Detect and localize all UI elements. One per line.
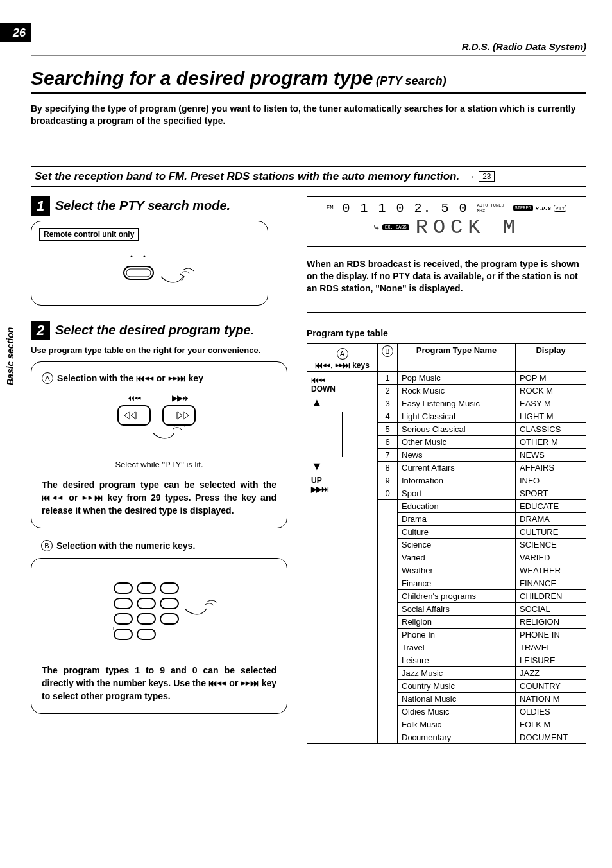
pty-name-cell: Folk Music: [398, 718, 516, 731]
pty-name-cell: Weather: [398, 564, 516, 577]
pty-name-cell: Light Classical: [398, 410, 516, 423]
pty-display-cell: VARIED: [516, 551, 586, 564]
svg-text:▶▶⏭: ▶▶⏭: [172, 394, 189, 403]
svg-point-1: [144, 255, 146, 257]
pty-table-title: Program type table: [307, 328, 586, 338]
page-title: Searching for a desired program type (PT…: [31, 67, 586, 89]
pty-th-display: Display: [516, 344, 586, 372]
display-mhz: MHz: [477, 208, 486, 213]
step-1-heading: 1 Select the PTY search mode.: [31, 196, 287, 216]
selection-a-box: A Selection with the ⏮◀◀ or ▶▶⏭ key ⏮◀◀ …: [31, 361, 287, 528]
selection-a-illustration: ⏮◀◀ ▶▶⏭: [42, 392, 276, 452]
display-pty-text: ROCK M: [416, 216, 520, 239]
circle-a-icon: A: [42, 372, 53, 384]
pty-display-cell: LEISURE: [516, 654, 586, 667]
pty-display-cell: AFFAIRS: [516, 462, 586, 474]
pty-name-cell: Drama: [398, 513, 516, 526]
pty-display-cell: EDUCATE: [516, 500, 586, 513]
tuner-display-panel: FM 0 1 1 0 2. 5 0 AUTO TUNED MHz STEREO …: [307, 196, 586, 247]
pty-num-empty-cell: [378, 500, 398, 744]
pty-display-cell: SCIENCE: [516, 539, 586, 551]
pty-name-cell: Education: [398, 500, 516, 513]
preset-instruction-bar: Set the reception band to FM. Preset RDS…: [31, 166, 586, 187]
display-fm: FM: [327, 205, 334, 211]
pty-name-cell: Sport: [398, 487, 516, 500]
step-2-heading: 2 Select the desired program type.: [31, 321, 287, 340]
display-exbass-icon: ⤷ EX. BASS: [373, 222, 409, 233]
pty-name-cell: Rock Music: [398, 385, 516, 397]
page-number: 26: [0, 23, 31, 42]
svg-rect-6: [118, 406, 150, 425]
pty-num-cell: 7: [378, 449, 398, 462]
selection-a-body: The desired program type can be selected…: [42, 478, 276, 517]
pty-display-cell: NATION M: [516, 693, 586, 706]
selection-b-title: Selection with the numeric keys.: [56, 541, 195, 551]
pty-display-cell: TRAVEL: [516, 641, 586, 654]
pty-display-cell: CULTURE: [516, 526, 586, 539]
display-preset: 0 1: [343, 201, 370, 216]
svg-rect-10: [160, 583, 178, 593]
keys-up-label: UP: [311, 476, 322, 485]
keys-down-label: DOWN: [311, 385, 336, 394]
display-rds-tag: R.D.S: [536, 205, 551, 211]
remote-only-label: Remote control unit only: [39, 228, 139, 241]
pty-display-cell: SPORT: [516, 487, 586, 500]
pty-name-cell: Other Music: [398, 436, 516, 449]
svg-rect-7: [163, 406, 195, 425]
pty-display-cell: CLASSICS: [516, 423, 586, 436]
pty-num-cell: 8: [378, 462, 398, 474]
table-row: ⏮◀◀DOWN▲▼UP▶▶⏭1Pop MusicPOP M: [307, 372, 586, 385]
pty-display-cell: JAZZ: [516, 667, 586, 680]
pty-th-name: Program Type Name: [398, 344, 516, 372]
pty-display-cell: FINANCE: [516, 577, 586, 590]
header-rule: [31, 55, 586, 56]
pty-num-cell: 5: [378, 423, 398, 436]
remote-illustration: [39, 245, 260, 296]
pty-name-cell: Varied: [398, 551, 516, 564]
svg-rect-14: [114, 614, 132, 624]
skip-forward-icon: ▶▶⏭: [311, 485, 328, 494]
pty-name-cell: National Music: [398, 693, 516, 706]
svg-rect-9: [137, 583, 155, 593]
title-sub: (PTY search): [376, 74, 446, 87]
pty-display-cell: LIGHT M: [516, 410, 586, 423]
svg-rect-18: [137, 629, 155, 639]
pty-name-cell: News: [398, 449, 516, 462]
pty-num-cell: 0: [378, 487, 398, 500]
step-1-title: Select the PTY search mode.: [55, 198, 230, 213]
pty-display-cell: DRAMA: [516, 513, 586, 526]
pty-display-cell: RELIGION: [516, 616, 586, 629]
arrow-up-icon: ▲: [311, 396, 373, 410]
skip-back-icon: ⏮◀◀: [311, 376, 325, 385]
preset-bar-text: Set the reception band to FM. Preset RDS…: [35, 170, 459, 183]
svg-rect-13: [160, 598, 178, 609]
pty-num-cell: 9: [378, 474, 398, 487]
pty-name-cell: Pop Music: [398, 372, 516, 385]
svg-point-0: [131, 255, 133, 257]
pty-name-cell: Easy Listening Music: [398, 397, 516, 410]
pty-name-cell: Children's programs: [398, 590, 516, 603]
pty-name-cell: Current Affairs: [398, 462, 516, 474]
pty-display-cell: OLDIES: [516, 706, 586, 718]
pty-name-cell: Science: [398, 539, 516, 551]
pty-display-cell: FOLK M: [516, 718, 586, 731]
selection-b-head: B Selection with the numeric keys.: [41, 540, 287, 551]
pty-display-cell: CHILDREN: [516, 590, 586, 603]
rds-display-note: When an RDS broadcast is received, the p…: [307, 258, 586, 295]
pty-keys-cell: ⏮◀◀DOWN▲▼UP▶▶⏭: [307, 372, 378, 744]
pty-name-cell: Leisure: [398, 654, 516, 667]
svg-text:⏮◀◀: ⏮◀◀: [127, 394, 141, 403]
pty-display-cell: EASY M: [516, 397, 586, 410]
pty-name-cell: Country Music: [398, 680, 516, 693]
pty-display-cell: SOCIAL: [516, 603, 586, 616]
pty-th-keys: A ⏮◀◀, ▶▶⏭ keys: [307, 344, 378, 372]
pty-name-cell: Travel: [398, 641, 516, 654]
display-frequency: 1 0 2. 5 0: [378, 201, 468, 216]
pty-display-cell: WEATHER: [516, 564, 586, 577]
step-1-remote-box: Remote control unit only: [31, 221, 268, 306]
pty-name-cell: Serious Classical: [398, 423, 516, 436]
pty-display-cell: OTHER M: [516, 436, 586, 449]
svg-text:+: +: [112, 625, 115, 632]
selection-a-title: Selection with the ⏮◀◀ or ▶▶⏭ key: [57, 373, 203, 383]
pty-name-cell: Finance: [398, 577, 516, 590]
